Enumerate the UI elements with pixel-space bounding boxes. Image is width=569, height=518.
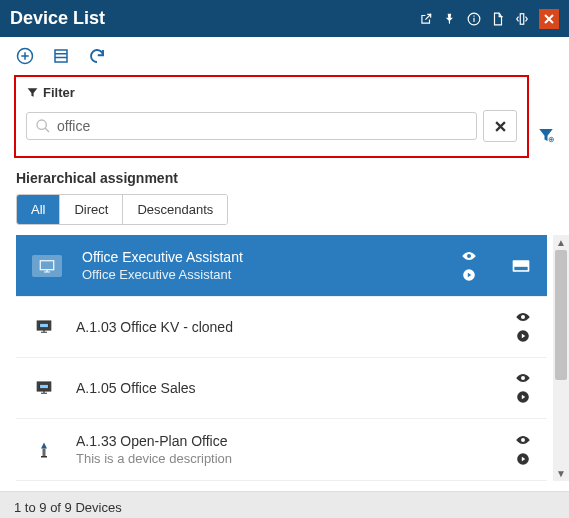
list-item-actions xyxy=(461,250,477,282)
play-icon[interactable] xyxy=(516,390,530,404)
filter-label: Filter xyxy=(43,85,75,100)
close-button[interactable] xyxy=(539,9,559,29)
header-actions xyxy=(419,9,559,29)
search-input[interactable] xyxy=(57,118,468,134)
window-title: Device List xyxy=(10,8,105,29)
clear-filter-button[interactable] xyxy=(483,110,517,142)
svg-rect-1 xyxy=(473,17,474,21)
device-title: A.1.03 Office KV - cloned xyxy=(76,319,495,335)
pin-icon[interactable] xyxy=(443,12,457,26)
svg-rect-21 xyxy=(43,448,46,456)
device-icon xyxy=(32,255,62,277)
list-item-body: A.1.33 Open-Plan Office This is a device… xyxy=(76,433,495,466)
external-link-icon[interactable] xyxy=(419,12,433,26)
list-item-body: A.1.05 Office Sales xyxy=(76,380,495,396)
list-item[interactable]: Office Executive Assistant Office Execut… xyxy=(16,235,547,297)
list-item-actions xyxy=(515,311,531,343)
filter-box: Filter xyxy=(14,75,529,158)
svg-rect-3 xyxy=(520,13,524,24)
svg-point-23 xyxy=(521,438,525,442)
device-icon xyxy=(32,317,56,337)
view-icon[interactable] xyxy=(515,372,531,384)
device-list-wrap: Office Executive Assistant Office Execut… xyxy=(0,235,569,481)
pdf-icon[interactable] xyxy=(491,12,505,26)
device-title: A.1.05 Office Sales xyxy=(76,380,495,396)
filter-section: Filter xyxy=(0,75,569,166)
list-view-button[interactable] xyxy=(52,47,70,65)
device-icon xyxy=(32,378,56,398)
svg-rect-22 xyxy=(41,456,47,458)
view-icon[interactable] xyxy=(461,250,477,262)
svg-rect-2 xyxy=(473,15,474,16)
info-icon[interactable] xyxy=(467,12,481,26)
svg-rect-8 xyxy=(40,260,54,269)
svg-point-19 xyxy=(521,376,525,380)
svg-point-15 xyxy=(521,315,525,319)
play-icon[interactable] xyxy=(516,329,530,343)
tab-all[interactable]: All xyxy=(17,195,60,224)
device-icon xyxy=(32,440,56,460)
hierarchical-tabs: All Direct Descendants xyxy=(16,194,228,225)
svg-rect-14 xyxy=(40,323,49,328)
dock-icon[interactable] xyxy=(515,12,529,26)
svg-rect-12 xyxy=(514,266,527,269)
device-title: A.1.33 Open-Plan Office xyxy=(76,433,495,449)
play-icon[interactable] xyxy=(462,268,476,282)
quick-filter-icon[interactable] xyxy=(537,126,555,144)
device-list: Office Executive Assistant Office Execut… xyxy=(16,235,547,481)
device-title: Office Executive Assistant xyxy=(82,249,441,265)
filter-label-row: Filter xyxy=(26,85,517,100)
hierarchical-title: Hierarchical assignment xyxy=(16,170,553,186)
tab-direct[interactable]: Direct xyxy=(60,195,123,224)
svg-rect-5 xyxy=(55,50,67,62)
filter-icon xyxy=(26,86,39,99)
panel-icon[interactable] xyxy=(511,258,531,274)
filter-input-row xyxy=(26,110,517,142)
svg-point-6 xyxy=(37,120,46,129)
hierarchical-section: Hierarchical assignment All Direct Desce… xyxy=(0,166,569,235)
list-item[interactable]: A.1.03 Office KV - cloned xyxy=(16,297,547,358)
scroll-up-icon[interactable]: ▲ xyxy=(556,235,566,250)
search-icon xyxy=(35,118,51,134)
scroll-down-icon[interactable]: ▼ xyxy=(556,466,566,481)
search-input-wrap[interactable] xyxy=(26,112,477,140)
svg-rect-18 xyxy=(40,384,49,389)
list-item-actions xyxy=(515,434,531,466)
list-item[interactable]: A.1.33 Open-Plan Office This is a device… xyxy=(16,419,547,481)
scroll-thumb[interactable] xyxy=(555,250,567,380)
list-item-body: A.1.03 Office KV - cloned xyxy=(76,319,495,335)
view-icon[interactable] xyxy=(515,311,531,323)
device-subtitle: Office Executive Assistant xyxy=(82,267,441,282)
list-item[interactable]: A.1.05 Office Sales xyxy=(16,358,547,419)
toolbar xyxy=(0,37,569,75)
tab-descendants[interactable]: Descendants xyxy=(123,195,227,224)
add-button[interactable] xyxy=(16,47,34,65)
view-icon[interactable] xyxy=(515,434,531,446)
device-subtitle: This is a device description xyxy=(76,451,495,466)
status-bar: 1 to 9 of 9 Devices xyxy=(0,491,569,518)
scrollbar[interactable]: ▲ ▼ xyxy=(553,235,569,481)
list-item-body: Office Executive Assistant Office Execut… xyxy=(82,249,441,282)
scroll-track[interactable] xyxy=(553,250,569,466)
quick-filter[interactable] xyxy=(537,75,555,158)
status-text: 1 to 9 of 9 Devices xyxy=(14,500,122,515)
svg-point-9 xyxy=(467,254,471,258)
list-item-actions xyxy=(515,372,531,404)
refresh-button[interactable] xyxy=(88,47,106,65)
play-icon[interactable] xyxy=(516,452,530,466)
window-header: Device List xyxy=(0,0,569,37)
